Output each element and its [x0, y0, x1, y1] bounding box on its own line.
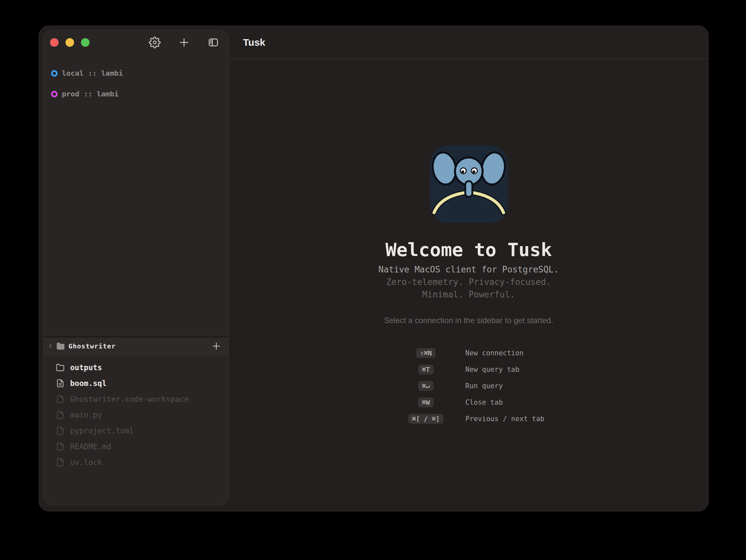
desktop: local :: lambi prod :: lambi	[0, 0, 746, 560]
getting-started-hint: Select a connection in the sidebar to ge…	[384, 316, 553, 325]
settings-gear-icon[interactable]	[149, 36, 161, 48]
shortcut-label: Close tab	[465, 399, 551, 406]
shortcut-keys-badge: ⌘T	[418, 364, 433, 375]
shortcut-row: ⌘↵ Run query	[386, 378, 551, 394]
file-item-uv-lock[interactable]: uv.lock	[44, 454, 228, 470]
titlebar: Tusk	[229, 26, 708, 59]
shortcut-list: ⇧⌘N New connection ⌘T New query tab ⌘↵	[386, 345, 551, 427]
sidebar-toggle-icon[interactable]	[207, 36, 219, 48]
welcome-heading: Welcome to Tusk	[385, 240, 552, 259]
welcome-screen: Welcome to Tusk Native MacOS client for …	[229, 59, 708, 427]
file-list: outputs boom.sql	[44, 360, 228, 470]
shortcut-keys-badge: ⌘↵	[418, 381, 433, 391]
file-icon	[56, 395, 64, 403]
traffic-lights	[50, 38, 90, 47]
connection-status-icon	[51, 70, 58, 77]
file-item-outputs[interactable]: outputs	[44, 360, 228, 376]
file-item-pyproject-toml[interactable]: pyproject.toml	[44, 423, 228, 439]
subtitle-line: Minimal. Powerful.	[379, 288, 559, 301]
sidebar-toolbar	[44, 31, 228, 54]
welcome-subtitle: Native MacOS client for PostgreSQL. Zero…	[379, 263, 559, 301]
workspace-folder-name: Ghostwriter	[68, 342, 116, 350]
shortcut-keys-badge: ⇧⌘N	[416, 348, 435, 358]
file-icon	[56, 458, 64, 467]
file-name: boom.sql	[70, 379, 107, 388]
file-name: Ghostwriter.code-workspace	[70, 395, 189, 403]
file-browser-header: Ghostwriter	[44, 336, 228, 355]
chevron-left-icon[interactable]	[48, 343, 53, 349]
main-area: Tusk	[229, 26, 708, 511]
connection-item-local[interactable]: local :: lambi	[44, 63, 228, 84]
shortcut-label: Run query	[465, 382, 551, 390]
file-icon	[56, 442, 64, 451]
file-name: main.py	[70, 411, 102, 419]
shortcut-label: Previous / next tab	[465, 415, 551, 423]
minimize-window-button[interactable]	[65, 38, 74, 47]
tusk-elephant-logo	[429, 145, 508, 224]
file-browser: Ghostwriter outputs	[44, 336, 228, 470]
close-window-button[interactable]	[50, 38, 59, 47]
file-icon	[56, 426, 64, 435]
file-item-boom-sql[interactable]: boom.sql	[44, 376, 228, 391]
tusk-window: local :: lambi prod :: lambi	[39, 26, 709, 511]
folder-icon	[56, 342, 65, 350]
connection-item-prod[interactable]: prod :: lambi	[44, 84, 228, 104]
file-item-main-py[interactable]: main.py	[44, 407, 228, 423]
new-connection-plus-icon[interactable]	[178, 37, 190, 48]
file-text-icon	[56, 379, 64, 388]
file-icon	[56, 411, 64, 419]
file-item-readme-md[interactable]: README.md	[44, 439, 228, 454]
file-name: uv.lock	[70, 458, 102, 467]
shortcut-keys-badge: ⌘[ / ⌘]	[408, 414, 443, 424]
add-file-plus-icon[interactable]	[211, 341, 221, 351]
file-name: pyproject.toml	[70, 426, 134, 435]
shortcut-label: New connection	[465, 349, 551, 357]
connection-status-icon	[51, 91, 58, 97]
connection-name: local :: lambi	[62, 69, 123, 77]
folder-icon	[56, 363, 64, 372]
app-title: Tusk	[243, 37, 265, 48]
sidebar-toolbar-actions	[149, 36, 219, 48]
file-name: outputs	[70, 363, 102, 372]
shortcut-row: ⇧⌘N New connection	[386, 345, 551, 361]
file-name: README.md	[70, 442, 111, 451]
shortcut-row: ⌘T New query tab	[386, 361, 551, 378]
shortcut-label: New query tab	[465, 365, 551, 374]
shortcut-keys-badge: ⌘W	[418, 397, 433, 407]
shortcut-row: ⌘[ / ⌘] Previous / next tab	[386, 411, 551, 427]
file-item-code-workspace[interactable]: Ghostwriter.code-workspace	[44, 391, 228, 407]
connection-name: prod :: lambi	[62, 90, 118, 98]
subtitle-line: Native MacOS client for PostgreSQL.	[379, 263, 559, 276]
sidebar: local :: lambi prod :: lambi	[43, 30, 229, 505]
subtitle-line: Zero-telemetry. Privacy-focused.	[379, 276, 559, 288]
shortcut-row: ⌘W Close tab	[386, 394, 551, 411]
zoom-window-button[interactable]	[81, 38, 90, 47]
connection-list: local :: lambi prod :: lambi	[44, 63, 228, 104]
